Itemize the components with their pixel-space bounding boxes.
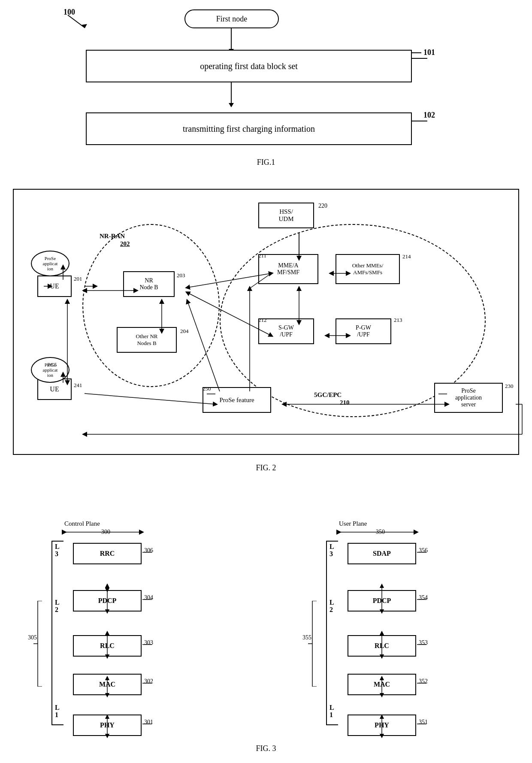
label-211: 211 (258, 252, 266, 259)
prose-app-bottom-ellipse: ProSe applicat ion (31, 357, 70, 383)
nrran-ellipse (82, 224, 220, 387)
label-250: 250 (203, 385, 211, 392)
up-num: 350 (376, 529, 385, 536)
5gc-label: 5GC/EPC (314, 391, 342, 399)
up-title: User Plane (339, 520, 367, 527)
label-212: 212 (258, 317, 267, 324)
up-arrows-svg (326, 541, 506, 747)
label-214: 214 (402, 253, 411, 260)
sgw-box: S-GW /UPF (258, 318, 314, 344)
fig2-outer-rect: HSS/ UDM 220 NR-RAN 202 UE 201 ProSe app… (13, 189, 519, 455)
block1-operating: operating first data block set (86, 50, 412, 82)
up-355-brace-icon (308, 601, 319, 687)
prose-feature-box: ProSe feature (203, 387, 271, 413)
fig2-caption: FIG. 2 (0, 463, 532, 472)
fig3-caption: FIG. 3 (0, 744, 532, 753)
cp-305-brace-icon (33, 601, 44, 687)
label-101: 101 (423, 48, 435, 57)
nrran-label: NR-RAN (100, 233, 125, 240)
svg-line-0 (68, 15, 85, 28)
arrow-down-1-icon (231, 28, 232, 50)
cp-arrows-svg (51, 541, 232, 747)
fig3-section: Control Plane 300 L 3 L 2 L 1 305 (0, 506, 532, 755)
label-204: 204 (180, 328, 189, 335)
svg-line-15 (85, 394, 215, 404)
other-nr-box: Other NR Nodes B (117, 327, 177, 353)
mme-box: MME/A MF/SMF (258, 254, 318, 284)
nrran-num: 202 (120, 240, 130, 248)
pgw-box: P-GW /UPF (336, 318, 391, 344)
up-container: User Plane 350 L 3 L 2 L 1 355 (300, 519, 481, 738)
ue-top-box: UE (37, 276, 72, 297)
label-102: 102 (423, 111, 435, 120)
nrnodeb-box: NR Node B (123, 271, 175, 297)
label-241: 241 (74, 382, 82, 389)
label-213: 213 (394, 317, 402, 324)
label-210: 210 (340, 399, 350, 406)
label-pc5: PC5 (47, 361, 57, 368)
arrow-100-icon (63, 13, 89, 30)
fig1-section: 100 First node 101 operating first data … (0, 0, 532, 180)
hss-udm-box: HSS/ UDM (258, 203, 314, 228)
first-node-box: First node (184, 9, 279, 28)
other-mme-box: Other MMEs/ AMFs/SMFs (336, 254, 400, 284)
cp-container: Control Plane 300 L 3 L 2 L 1 305 (26, 519, 206, 738)
block2-transmitting: transmitting first charging information (86, 112, 412, 145)
arrow-down-2-icon (231, 82, 232, 104)
prose-server-box: ProSe application server (434, 383, 503, 413)
cp-title: Control Plane (64, 520, 100, 527)
label-201: 201 (74, 276, 82, 282)
cp-num: 300 (101, 529, 110, 536)
fig2-section: HSS/ UDM 220 NR-RAN 202 UE 201 ProSe app… (0, 185, 532, 494)
label-230: 230 (505, 383, 514, 390)
fig1-caption: FIG.1 (0, 158, 532, 167)
prose-app-top-ellipse: ProSe applicat ion (31, 251, 70, 276)
label-203: 203 (177, 272, 185, 279)
label-220: 220 (318, 203, 327, 209)
